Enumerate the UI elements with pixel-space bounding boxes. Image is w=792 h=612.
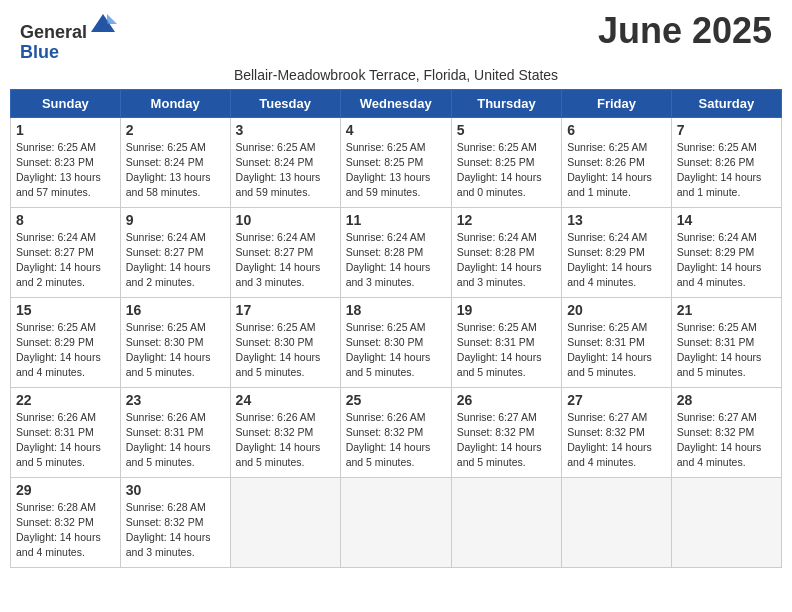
logo-icon <box>89 10 117 38</box>
day-number: 4 <box>346 122 446 138</box>
calendar-week-row: 29 Sunrise: 6:28 AM Sunset: 8:32 PM Dayl… <box>11 477 782 567</box>
sunset-label: Sunset: 8:30 PM <box>126 336 204 348</box>
sunset-label: Sunset: 8:26 PM <box>567 156 645 168</box>
day-number: 3 <box>236 122 335 138</box>
sunset-label: Sunset: 8:29 PM <box>567 246 645 258</box>
day-cell: 10 Sunrise: 6:24 AM Sunset: 8:27 PM Dayl… <box>230 207 340 297</box>
day-cell: 27 Sunrise: 6:27 AM Sunset: 8:32 PM Dayl… <box>562 387 672 477</box>
sunrise-label: Sunrise: 6:25 AM <box>457 321 537 333</box>
day-cell: 2 Sunrise: 6:25 AM Sunset: 8:24 PM Dayli… <box>120 117 230 207</box>
sunrise-label: Sunrise: 6:24 AM <box>346 231 426 243</box>
col-thursday: Thursday <box>451 89 561 117</box>
empty-cell <box>230 477 340 567</box>
daylight-label: Daylight: 14 hours and 4 minutes. <box>16 351 101 378</box>
day-number: 16 <box>126 302 225 318</box>
page-header: General Blue June 2025 <box>10 10 782 63</box>
sunset-label: Sunset: 8:24 PM <box>126 156 204 168</box>
sunrise-label: Sunrise: 6:24 AM <box>236 231 316 243</box>
sunrise-label: Sunrise: 6:26 AM <box>236 411 316 423</box>
day-number: 7 <box>677 122 776 138</box>
svg-marker-1 <box>107 14 117 24</box>
col-tuesday: Tuesday <box>230 89 340 117</box>
sunrise-label: Sunrise: 6:25 AM <box>16 141 96 153</box>
day-number: 10 <box>236 212 335 228</box>
day-number: 13 <box>567 212 666 228</box>
sunset-label: Sunset: 8:29 PM <box>677 246 755 258</box>
day-info: Sunrise: 6:25 AM Sunset: 8:31 PM Dayligh… <box>457 320 556 381</box>
day-cell: 4 Sunrise: 6:25 AM Sunset: 8:25 PM Dayli… <box>340 117 451 207</box>
calendar-table: Sunday Monday Tuesday Wednesday Thursday… <box>10 89 782 568</box>
sunset-label: Sunset: 8:32 PM <box>677 426 755 438</box>
day-number: 21 <box>677 302 776 318</box>
daylight-label: Daylight: 14 hours and 3 minutes. <box>236 261 321 288</box>
daylight-label: Daylight: 14 hours and 4 minutes. <box>677 441 762 468</box>
day-info: Sunrise: 6:28 AM Sunset: 8:32 PM Dayligh… <box>126 500 225 561</box>
day-info: Sunrise: 6:25 AM Sunset: 8:25 PM Dayligh… <box>457 140 556 201</box>
col-saturday: Saturday <box>671 89 781 117</box>
day-cell: 13 Sunrise: 6:24 AM Sunset: 8:29 PM Dayl… <box>562 207 672 297</box>
day-info: Sunrise: 6:26 AM Sunset: 8:32 PM Dayligh… <box>346 410 446 471</box>
sunrise-label: Sunrise: 6:28 AM <box>126 501 206 513</box>
day-info: Sunrise: 6:24 AM Sunset: 8:29 PM Dayligh… <box>677 230 776 291</box>
day-cell: 18 Sunrise: 6:25 AM Sunset: 8:30 PM Dayl… <box>340 297 451 387</box>
sunrise-label: Sunrise: 6:24 AM <box>457 231 537 243</box>
daylight-label: Daylight: 13 hours and 59 minutes. <box>346 171 431 198</box>
sunset-label: Sunset: 8:31 PM <box>16 426 94 438</box>
empty-cell <box>562 477 672 567</box>
day-info: Sunrise: 6:25 AM Sunset: 8:30 PM Dayligh… <box>346 320 446 381</box>
sunrise-label: Sunrise: 6:25 AM <box>567 141 647 153</box>
day-number: 23 <box>126 392 225 408</box>
daylight-label: Daylight: 14 hours and 3 minutes. <box>126 531 211 558</box>
sunrise-label: Sunrise: 6:24 AM <box>126 231 206 243</box>
day-cell: 9 Sunrise: 6:24 AM Sunset: 8:27 PM Dayli… <box>120 207 230 297</box>
sunrise-label: Sunrise: 6:25 AM <box>346 141 426 153</box>
calendar-header-row: Sunday Monday Tuesday Wednesday Thursday… <box>11 89 782 117</box>
day-cell: 30 Sunrise: 6:28 AM Sunset: 8:32 PM Dayl… <box>120 477 230 567</box>
day-number: 29 <box>16 482 115 498</box>
sunrise-label: Sunrise: 6:25 AM <box>677 321 757 333</box>
sunrise-label: Sunrise: 6:27 AM <box>457 411 537 423</box>
day-number: 20 <box>567 302 666 318</box>
sunrise-label: Sunrise: 6:24 AM <box>16 231 96 243</box>
empty-cell <box>340 477 451 567</box>
day-number: 19 <box>457 302 556 318</box>
sunset-label: Sunset: 8:27 PM <box>126 246 204 258</box>
day-info: Sunrise: 6:25 AM Sunset: 8:30 PM Dayligh… <box>236 320 335 381</box>
sunset-label: Sunset: 8:31 PM <box>677 336 755 348</box>
sunset-label: Sunset: 8:32 PM <box>346 426 424 438</box>
sunrise-label: Sunrise: 6:25 AM <box>16 321 96 333</box>
sunset-label: Sunset: 8:27 PM <box>16 246 94 258</box>
day-number: 27 <box>567 392 666 408</box>
col-friday: Friday <box>562 89 672 117</box>
day-number: 2 <box>126 122 225 138</box>
day-cell: 23 Sunrise: 6:26 AM Sunset: 8:31 PM Dayl… <box>120 387 230 477</box>
day-info: Sunrise: 6:28 AM Sunset: 8:32 PM Dayligh… <box>16 500 115 561</box>
day-cell: 7 Sunrise: 6:25 AM Sunset: 8:26 PM Dayli… <box>671 117 781 207</box>
day-info: Sunrise: 6:27 AM Sunset: 8:32 PM Dayligh… <box>567 410 666 471</box>
logo-blue-text: Blue <box>20 42 59 62</box>
sunrise-label: Sunrise: 6:25 AM <box>236 141 316 153</box>
col-monday: Monday <box>120 89 230 117</box>
day-info: Sunrise: 6:25 AM Sunset: 8:31 PM Dayligh… <box>677 320 776 381</box>
sunset-label: Sunset: 8:25 PM <box>346 156 424 168</box>
day-cell: 6 Sunrise: 6:25 AM Sunset: 8:26 PM Dayli… <box>562 117 672 207</box>
day-info: Sunrise: 6:24 AM Sunset: 8:27 PM Dayligh… <box>236 230 335 291</box>
day-cell: 14 Sunrise: 6:24 AM Sunset: 8:29 PM Dayl… <box>671 207 781 297</box>
empty-cell <box>671 477 781 567</box>
sunset-label: Sunset: 8:28 PM <box>346 246 424 258</box>
sunset-label: Sunset: 8:30 PM <box>236 336 314 348</box>
daylight-label: Daylight: 14 hours and 1 minute. <box>567 171 652 198</box>
daylight-label: Daylight: 14 hours and 0 minutes. <box>457 171 542 198</box>
day-info: Sunrise: 6:25 AM Sunset: 8:29 PM Dayligh… <box>16 320 115 381</box>
day-cell: 3 Sunrise: 6:25 AM Sunset: 8:24 PM Dayli… <box>230 117 340 207</box>
day-info: Sunrise: 6:25 AM Sunset: 8:26 PM Dayligh… <box>567 140 666 201</box>
daylight-label: Daylight: 14 hours and 3 minutes. <box>346 261 431 288</box>
day-number: 12 <box>457 212 556 228</box>
day-info: Sunrise: 6:25 AM Sunset: 8:24 PM Dayligh… <box>236 140 335 201</box>
day-info: Sunrise: 6:26 AM Sunset: 8:32 PM Dayligh… <box>236 410 335 471</box>
sunrise-label: Sunrise: 6:25 AM <box>236 321 316 333</box>
sunset-label: Sunset: 8:31 PM <box>126 426 204 438</box>
daylight-label: Daylight: 14 hours and 5 minutes. <box>677 351 762 378</box>
day-number: 26 <box>457 392 556 408</box>
sunrise-label: Sunrise: 6:28 AM <box>16 501 96 513</box>
